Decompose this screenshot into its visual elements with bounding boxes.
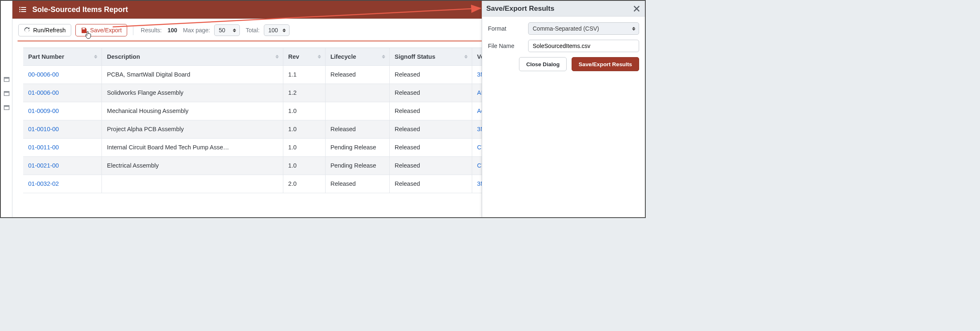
svg-rect-1 [4,77,9,79]
svg-rect-3 [4,91,9,93]
cell-lifecycle: Released [325,120,389,138]
sort-icon [464,55,468,58]
cell-description: Mechanical Housing Assembly [102,102,283,120]
filename-row: File Name [488,40,639,52]
run-refresh-label: Run/Refresh [33,27,66,34]
cell-part-number: 00-0006-00 [23,65,102,84]
cell-description: Electrical Assembly [102,156,283,175]
run-refresh-button[interactable]: Run/Refresh [18,24,71,36]
col-label: Lifecycle [331,53,356,60]
cell-rev: 1.0 [283,156,325,175]
format-value: Comma-Separated (CSV) [533,25,599,32]
format-label: Format [488,25,506,32]
cell-description: Internal Circuit Board Med Tech Pump Ass… [102,138,283,156]
part-number-link[interactable]: 01-0009-00 [28,108,59,114]
cell-signoff: Released [389,175,472,193]
cell-rev: 1.0 [283,102,325,120]
sort-icon [318,55,321,58]
col-rev[interactable]: Rev [283,48,325,65]
cell-description: Project Alpha PCB Assembly [102,120,283,138]
cell-lifecycle: Pending Release [325,138,389,156]
cell-signoff: Released [389,138,472,156]
cell-description: PCBA, SmartWall Digital Board [102,65,283,84]
col-label: Part Number [28,53,64,60]
col-part-number[interactable]: Part Number [23,48,102,65]
save-export-panel: Save/Export Results Format Comma-Separat… [482,1,645,217]
cell-signoff: Released [389,120,472,138]
left-rail [1,1,12,217]
col-description[interactable]: Description [102,48,283,65]
save-export-results-button[interactable]: Save/Export Results [572,57,639,71]
sort-icon [94,55,97,58]
cell-part-number: 01-0011-00 [23,138,102,156]
filename-input[interactable] [528,40,639,52]
filename-label: File Name [488,43,514,49]
cell-lifecycle: Released [325,175,389,193]
report-icon[interactable] [3,104,10,111]
cell-part-number: 01-0032-02 [23,175,102,193]
svg-point-11 [19,11,21,12]
total-label: Total: [246,27,259,34]
caret-icon [282,25,287,36]
report-icon[interactable] [3,76,10,83]
svg-rect-5 [4,106,9,107]
sort-icon [275,55,279,58]
col-lifecycle[interactable]: Lifecycle [325,48,389,65]
svg-point-7 [19,7,21,8]
col-label: Description [107,53,140,60]
cell-rev: 1.0 [283,138,325,156]
caret-icon [232,25,237,36]
col-label: Signoff Status [395,53,435,60]
format-select[interactable]: Comma-Separated (CSV) [528,22,639,35]
total-select[interactable]: 100 [264,24,290,36]
panel-header: Save/Export Results [482,1,645,17]
cell-signoff: Released [389,65,472,84]
cell-rev: 1.1 [283,65,325,84]
total-value: 100 [268,27,278,34]
cell-description: Solidworks Flange Assembly [102,84,283,102]
cell-part-number: 01-0009-00 [23,102,102,120]
results-value: 100 [167,27,177,34]
part-number-link[interactable]: 01-0021-00 [28,162,59,169]
maxpage-label: Max page: [183,27,210,34]
cell-rev: 2.0 [283,175,325,193]
cell-rev: 1.0 [283,120,325,138]
part-number-link[interactable]: 01-0006-00 [28,89,59,96]
divider [133,25,133,35]
close-icon[interactable] [632,5,641,13]
part-number-link[interactable]: 01-0011-00 [28,144,59,151]
results-label: Results: [141,27,162,34]
svg-point-9 [19,9,21,10]
cell-part-number: 01-0010-00 [23,120,102,138]
part-number-link[interactable]: 00-0006-00 [28,71,59,78]
cell-rev: 1.2 [283,84,325,102]
part-number-link[interactable]: 01-0010-00 [28,126,59,132]
close-dialog-button[interactable]: Close Dialog [519,57,567,71]
col-signoff[interactable]: Signoff Status [389,48,472,65]
report-icon[interactable] [3,90,10,97]
refresh-icon [24,27,30,34]
cell-signoff: Released [389,156,472,175]
maxpage-select[interactable]: 50 [214,24,240,36]
page-title: Sole-Sourced Items Report [32,5,128,14]
sort-icon [382,55,385,58]
cell-lifecycle: Pending Release [325,156,389,175]
cell-part-number: 01-0006-00 [23,84,102,102]
caret-icon [631,23,636,34]
maxpage-value: 50 [219,27,225,34]
cell-lifecycle [325,84,389,102]
cell-part-number: 01-0021-00 [23,156,102,175]
panel-actions: Close Dialog Save/Export Results [488,57,639,71]
menu-icon[interactable] [17,4,28,15]
part-number-link[interactable]: 01-0032-02 [28,180,59,187]
save-export-button[interactable]: Save/Export [75,24,127,36]
panel-body: Format Comma-Separated (CSV) File Name C… [482,17,645,77]
cell-signoff: Released [389,84,472,102]
cell-lifecycle: Released [325,65,389,84]
col-label: Rev [288,53,299,60]
cell-lifecycle [325,102,389,120]
format-row: Format Comma-Separated (CSV) [488,22,639,35]
cell-description [102,175,283,193]
panel-title: Save/Export Results [486,5,554,13]
cell-signoff: Released [389,102,472,120]
